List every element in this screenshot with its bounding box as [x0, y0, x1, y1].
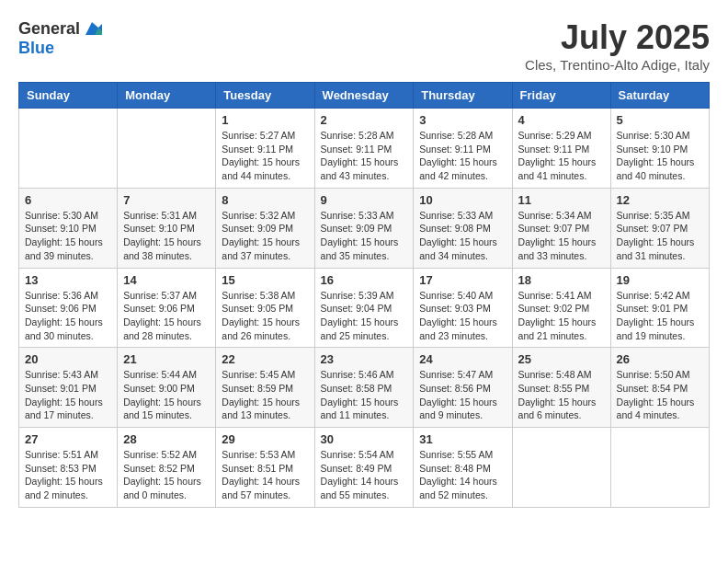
day-info: Sunrise: 5:40 AMSunset: 9:03 PMDaylight:… [419, 289, 506, 343]
calendar-cell: 27Sunrise: 5:51 AMSunset: 8:53 PMDayligh… [19, 428, 118, 508]
calendar-cell: 20Sunrise: 5:43 AMSunset: 9:01 PMDayligh… [19, 348, 118, 428]
day-number: 3 [419, 113, 506, 127]
calendar-cell: 1Sunrise: 5:27 AMSunset: 9:11 PMDaylight… [216, 109, 314, 189]
day-info: Sunrise: 5:31 AMSunset: 9:10 PMDaylight:… [123, 209, 210, 263]
calendar-cell: 15Sunrise: 5:38 AMSunset: 9:05 PMDayligh… [216, 268, 314, 348]
calendar-cell: 6Sunrise: 5:30 AMSunset: 9:10 PMDaylight… [19, 188, 118, 268]
day-number: 22 [222, 352, 308, 366]
day-info: Sunrise: 5:27 AMSunset: 9:11 PMDaylight:… [222, 129, 308, 183]
calendar-cell: 9Sunrise: 5:33 AMSunset: 9:09 PMDaylight… [314, 188, 414, 268]
calendar-cell: 5Sunrise: 5:30 AMSunset: 9:10 PMDaylight… [610, 109, 709, 189]
day-number: 27 [25, 432, 111, 446]
day-number: 24 [419, 352, 506, 366]
calendar-cell: 13Sunrise: 5:36 AMSunset: 9:06 PMDayligh… [19, 268, 118, 348]
logo: General Blue [18, 18, 102, 58]
day-info: Sunrise: 5:35 AMSunset: 9:07 PMDaylight:… [617, 209, 703, 263]
calendar-cell [610, 428, 709, 508]
weekday-header: Saturday [610, 83, 709, 109]
day-info: Sunrise: 5:55 AMSunset: 8:48 PMDaylight:… [419, 448, 506, 502]
day-info: Sunrise: 5:29 AMSunset: 9:11 PMDaylight:… [518, 129, 605, 183]
day-number: 25 [518, 352, 605, 366]
calendar-cell: 30Sunrise: 5:54 AMSunset: 8:49 PMDayligh… [314, 428, 414, 508]
day-number: 26 [617, 352, 703, 366]
day-info: Sunrise: 5:51 AMSunset: 8:53 PMDaylight:… [25, 448, 111, 502]
logo-blue: Blue [18, 39, 54, 58]
calendar-cell: 7Sunrise: 5:31 AMSunset: 9:10 PMDaylight… [118, 188, 216, 268]
day-number: 5 [617, 113, 703, 127]
day-info: Sunrise: 5:28 AMSunset: 9:11 PMDaylight:… [419, 129, 506, 183]
day-number: 28 [123, 432, 210, 446]
day-info: Sunrise: 5:33 AMSunset: 9:09 PMDaylight:… [321, 209, 408, 263]
day-info: Sunrise: 5:30 AMSunset: 9:10 PMDaylight:… [617, 129, 703, 183]
calendar-cell: 25Sunrise: 5:48 AMSunset: 8:55 PMDayligh… [512, 348, 610, 428]
page-header: General Blue July 2025 Cles, Trentino-Al… [18, 18, 710, 73]
day-info: Sunrise: 5:38 AMSunset: 9:05 PMDaylight:… [222, 289, 308, 343]
day-number: 10 [419, 193, 506, 207]
weekday-header: Monday [118, 83, 216, 109]
day-number: 12 [617, 193, 703, 207]
day-info: Sunrise: 5:36 AMSunset: 9:06 PMDaylight:… [25, 289, 111, 343]
day-number: 17 [419, 273, 506, 287]
day-info: Sunrise: 5:44 AMSunset: 9:00 PMDaylight:… [123, 368, 210, 422]
calendar-cell: 12Sunrise: 5:35 AMSunset: 9:07 PMDayligh… [610, 188, 709, 268]
day-number: 14 [123, 273, 210, 287]
calendar-cell: 23Sunrise: 5:46 AMSunset: 8:58 PMDayligh… [314, 348, 414, 428]
day-info: Sunrise: 5:54 AMSunset: 8:49 PMDaylight:… [321, 448, 408, 502]
day-info: Sunrise: 5:30 AMSunset: 9:10 PMDaylight:… [25, 209, 111, 263]
day-number: 13 [25, 273, 111, 287]
day-info: Sunrise: 5:53 AMSunset: 8:51 PMDaylight:… [222, 448, 308, 502]
day-number: 9 [321, 193, 408, 207]
calendar-cell: 18Sunrise: 5:41 AMSunset: 9:02 PMDayligh… [512, 268, 610, 348]
day-info: Sunrise: 5:28 AMSunset: 9:11 PMDaylight:… [321, 129, 408, 183]
day-info: Sunrise: 5:39 AMSunset: 9:04 PMDaylight:… [321, 289, 408, 343]
weekday-header: Wednesday [314, 83, 414, 109]
calendar-cell: 17Sunrise: 5:40 AMSunset: 9:03 PMDayligh… [414, 268, 512, 348]
day-number: 31 [419, 432, 506, 446]
calendar-cell: 2Sunrise: 5:28 AMSunset: 9:11 PMDaylight… [314, 109, 414, 189]
calendar-cell: 22Sunrise: 5:45 AMSunset: 8:59 PMDayligh… [216, 348, 314, 428]
day-info: Sunrise: 5:42 AMSunset: 9:01 PMDaylight:… [617, 289, 703, 343]
calendar-cell: 16Sunrise: 5:39 AMSunset: 9:04 PMDayligh… [314, 268, 414, 348]
calendar-cell [512, 428, 610, 508]
month-title: July 2025 [525, 18, 710, 57]
weekday-header: Sunday [19, 83, 118, 109]
calendar-cell: 10Sunrise: 5:33 AMSunset: 9:08 PMDayligh… [414, 188, 512, 268]
calendar-cell: 11Sunrise: 5:34 AMSunset: 9:07 PMDayligh… [512, 188, 610, 268]
day-number: 6 [25, 193, 111, 207]
day-info: Sunrise: 5:37 AMSunset: 9:06 PMDaylight:… [123, 289, 210, 343]
calendar-cell: 26Sunrise: 5:50 AMSunset: 8:54 PMDayligh… [610, 348, 709, 428]
calendar-week-row: 20Sunrise: 5:43 AMSunset: 9:01 PMDayligh… [19, 348, 710, 428]
logo-general: General [18, 19, 80, 39]
logo-icon [82, 18, 102, 39]
day-info: Sunrise: 5:52 AMSunset: 8:52 PMDaylight:… [123, 448, 210, 502]
day-info: Sunrise: 5:45 AMSunset: 8:59 PMDaylight:… [222, 368, 308, 422]
calendar-cell: 19Sunrise: 5:42 AMSunset: 9:01 PMDayligh… [610, 268, 709, 348]
day-info: Sunrise: 5:41 AMSunset: 9:02 PMDaylight:… [518, 289, 605, 343]
calendar-cell: 28Sunrise: 5:52 AMSunset: 8:52 PMDayligh… [118, 428, 216, 508]
day-number: 21 [123, 352, 210, 366]
calendar-week-row: 1Sunrise: 5:27 AMSunset: 9:11 PMDaylight… [19, 109, 710, 189]
day-info: Sunrise: 5:34 AMSunset: 9:07 PMDaylight:… [518, 209, 605, 263]
day-number: 23 [321, 352, 408, 366]
day-info: Sunrise: 5:47 AMSunset: 8:56 PMDaylight:… [419, 368, 506, 422]
calendar-week-row: 6Sunrise: 5:30 AMSunset: 9:10 PMDaylight… [19, 188, 710, 268]
day-info: Sunrise: 5:43 AMSunset: 9:01 PMDaylight:… [25, 368, 111, 422]
day-info: Sunrise: 5:33 AMSunset: 9:08 PMDaylight:… [419, 209, 506, 263]
day-number: 7 [123, 193, 210, 207]
calendar-header-row: SundayMondayTuesdayWednesdayThursdayFrid… [19, 83, 710, 109]
day-number: 30 [321, 432, 408, 446]
calendar-week-row: 13Sunrise: 5:36 AMSunset: 9:06 PMDayligh… [19, 268, 710, 348]
day-number: 8 [222, 193, 308, 207]
day-number: 20 [25, 352, 111, 366]
calendar-cell: 21Sunrise: 5:44 AMSunset: 9:00 PMDayligh… [118, 348, 216, 428]
day-number: 18 [518, 273, 605, 287]
calendar-cell: 31Sunrise: 5:55 AMSunset: 8:48 PMDayligh… [414, 428, 512, 508]
day-number: 15 [222, 273, 308, 287]
weekday-header: Friday [512, 83, 610, 109]
weekday-header: Thursday [414, 83, 512, 109]
calendar-cell: 8Sunrise: 5:32 AMSunset: 9:09 PMDaylight… [216, 188, 314, 268]
calendar-cell [19, 109, 118, 189]
day-info: Sunrise: 5:50 AMSunset: 8:54 PMDaylight:… [617, 368, 703, 422]
day-info: Sunrise: 5:48 AMSunset: 8:55 PMDaylight:… [518, 368, 605, 422]
day-number: 2 [321, 113, 408, 127]
